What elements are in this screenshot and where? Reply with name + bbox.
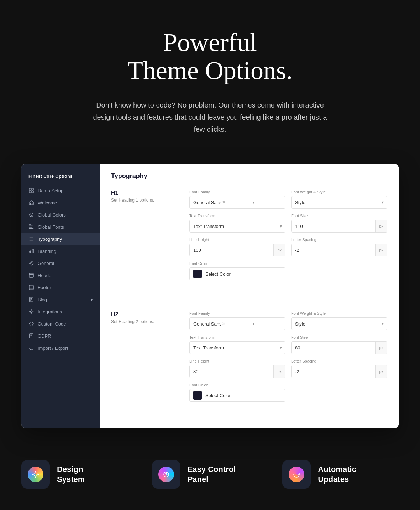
- sidebar-item-header[interactable]: Header: [21, 269, 100, 281]
- list-icon: [28, 236, 34, 242]
- h1-color-spacer: [291, 261, 387, 280]
- h2-font-size-unit: px: [375, 342, 387, 354]
- svg-rect-0: [29, 188, 31, 190]
- h2-fields: Font Family General Sans ✕ ▾ Font Weight…: [189, 311, 387, 407]
- sidebar-item-gdpr[interactable]: GDPR: [21, 330, 100, 342]
- h1-font-size-group: Font Size 110 px: [291, 214, 387, 233]
- h2-line-height-group: Line Height 80 px: [189, 359, 285, 378]
- h1-font-family-arrow: ▾: [253, 201, 282, 204]
- sidebar-item-global-fonts[interactable]: Global Fonts: [21, 221, 100, 233]
- feature-easy-control: Easy Control Panel: [152, 460, 268, 489]
- h1-font-color-group: Font Color Select Color: [189, 261, 285, 280]
- h1-line-height-input[interactable]: 100 px: [189, 244, 285, 256]
- feature-automatic-updates: Automatic Updates: [282, 460, 399, 489]
- h1-text-transform-select[interactable]: Text Transform: [189, 220, 285, 233]
- sidebar-label-global-colors: Global Colors: [38, 212, 66, 218]
- h1-font-family-value: General Sans: [193, 200, 222, 205]
- h2-font-weight-wrapper: Style: [291, 317, 387, 330]
- sidebar-item-global-colors[interactable]: Global Colors: [21, 209, 100, 221]
- h2-letter-spacing-label: Letter Spacing: [291, 359, 387, 363]
- blog-chevron-icon: ▾: [91, 298, 93, 302]
- design-system-icon-box: [21, 460, 50, 489]
- h2-font-family-label: Font Family: [189, 311, 285, 316]
- content-title: Typography: [111, 172, 387, 180]
- h1-letter-spacing-input[interactable]: -2 px: [291, 244, 387, 256]
- sidebar-item-branding[interactable]: Branding: [21, 245, 100, 257]
- blog-icon: [28, 297, 34, 302]
- svg-point-7: [31, 215, 32, 216]
- h1-letter-spacing-unit: px: [375, 244, 387, 256]
- h1-row-transform-size: Text Transform Text Transform Font Size …: [189, 214, 387, 233]
- h2-font-family-clear[interactable]: ✕: [222, 321, 251, 326]
- h1-font-size-input[interactable]: 110 px: [291, 220, 387, 233]
- svg-point-6: [32, 214, 33, 215]
- sidebar-item-import-export[interactable]: Import / Export: [21, 342, 100, 354]
- gdpr-icon: [28, 333, 34, 339]
- sidebar-label-header: Header: [38, 273, 53, 278]
- svg-point-18: [31, 262, 32, 264]
- h2-row-line-letter: Line Height 80 px Letter Spacing -2 px: [189, 359, 387, 378]
- h2-font-size-input[interactable]: 80 px: [291, 341, 387, 354]
- svg-rect-16: [31, 250, 32, 253]
- h1-font-size-value[interactable]: 110: [292, 220, 375, 232]
- h2-letter-spacing-input[interactable]: -2 px: [291, 365, 387, 378]
- sidebar-label-global-fonts: Global Fonts: [38, 224, 64, 230]
- h2-letter-spacing-unit: px: [375, 365, 387, 378]
- sidebar-label-custom-code: Custom Code: [38, 321, 66, 327]
- svg-point-35: [38, 474, 39, 475]
- automatic-updates-icon-box: [282, 460, 311, 489]
- h2-line-height-value[interactable]: 80: [190, 365, 273, 378]
- svg-point-4: [30, 213, 33, 217]
- h1-line-height-label: Line Height: [189, 238, 285, 242]
- h1-color-text: Select Color: [205, 271, 231, 277]
- svg-rect-17: [32, 249, 34, 253]
- h1-font-family-input[interactable]: General Sans ✕ ▾: [189, 196, 285, 209]
- sidebar-item-integrations[interactable]: Integrations: [21, 306, 100, 318]
- h1-font-color-picker[interactable]: Select Color: [189, 267, 285, 280]
- sidebar-label-general: General: [38, 261, 54, 266]
- h2-font-color-picker[interactable]: Select Color: [189, 389, 285, 402]
- h1-letter-spacing-label: Letter Spacing: [291, 238, 387, 242]
- h1-font-size-label: Font Size: [291, 214, 387, 218]
- sidebar-item-typography[interactable]: Typography: [21, 233, 100, 245]
- features-section: Design System Easy Control Panel: [0, 442, 420, 506]
- sidebar-item-demo-setup[interactable]: Demo Setup: [21, 184, 100, 197]
- h2-text-transform-group: Text Transform Text Transform: [189, 335, 285, 354]
- sidebar-label-welcome: Welcome: [38, 200, 57, 205]
- h2-heading: H2: [111, 311, 175, 318]
- refresh-icon: [28, 345, 34, 351]
- main-content: Typography H1 Set Heading 1 options. Fon…: [100, 164, 399, 428]
- barchart-icon: [28, 248, 34, 254]
- h1-font-family-clear[interactable]: ✕: [222, 200, 251, 205]
- sidebar-item-blog[interactable]: Blog ▾: [21, 293, 100, 306]
- h1-line-height-value[interactable]: 100: [190, 244, 273, 256]
- sidebar-item-welcome[interactable]: Welcome: [21, 197, 100, 209]
- sidebar-item-footer[interactable]: Footer: [21, 281, 100, 293]
- h1-fields: Font Family General Sans ✕ ▾ Font Weight…: [189, 190, 387, 285]
- palette-icon: [28, 212, 34, 218]
- h2-color-swatch: [193, 391, 202, 400]
- sidebar-item-general[interactable]: General: [21, 257, 100, 269]
- h2-font-weight-select[interactable]: Style: [291, 317, 387, 330]
- sidebar-item-custom-code[interactable]: Custom Code: [21, 318, 100, 330]
- h1-label: H1 Set Heading 1 options.: [111, 190, 175, 285]
- h2-font-size-value[interactable]: 80: [292, 342, 375, 354]
- h2-font-family-input[interactable]: General Sans ✕ ▾: [189, 317, 285, 330]
- code-icon: [28, 321, 34, 327]
- h1-row-font: Font Family General Sans ✕ ▾ Font Weight…: [189, 190, 387, 209]
- h2-letter-spacing-value[interactable]: -2: [292, 365, 375, 378]
- svg-rect-19: [29, 273, 33, 277]
- h2-font-weight-group: Font Weight & Style Style: [291, 311, 387, 330]
- h2-font-size-group: Font Size 80 px: [291, 335, 387, 354]
- sidebar-brand: Finest Core Options: [21, 171, 100, 184]
- easy-control-icon: [158, 467, 174, 482]
- h1-letter-spacing-value[interactable]: -2: [292, 244, 375, 256]
- h1-font-family-label: Font Family: [189, 190, 285, 194]
- design-system-text: Design System: [57, 464, 85, 485]
- svg-rect-1: [32, 188, 33, 190]
- h2-line-height-input[interactable]: 80 px: [189, 365, 285, 378]
- h1-font-weight-select-wrapper: Style: [291, 196, 387, 209]
- h1-font-weight-select[interactable]: Style: [291, 196, 387, 209]
- h2-text-transform-select[interactable]: Text Transform: [189, 341, 285, 354]
- h1-row-line-letter: Line Height 100 px Letter Spacing -2 px: [189, 238, 387, 256]
